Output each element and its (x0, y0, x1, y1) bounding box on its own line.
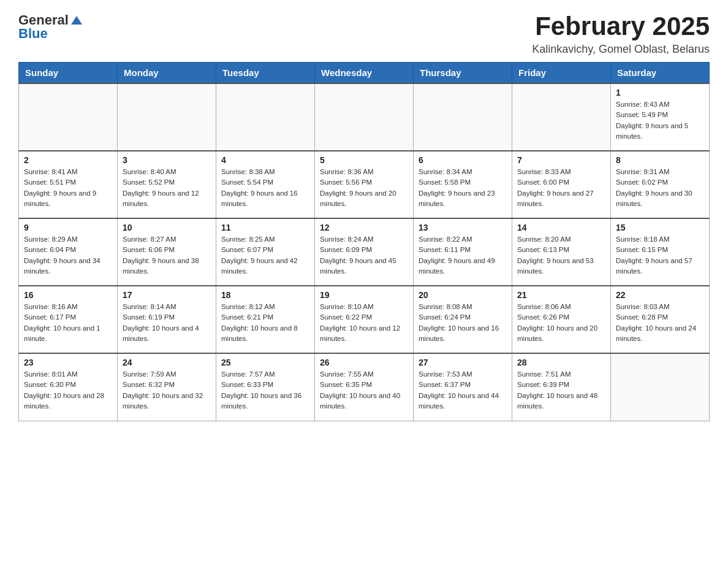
day-number: 18 (221, 290, 309, 300)
day-info: Sunrise: 8:36 AM Sunset: 5:56 PM Dayligh… (320, 167, 408, 209)
calendar-cell: 7Sunrise: 8:33 AM Sunset: 6:00 PM Daylig… (512, 151, 611, 218)
day-number: 5 (320, 155, 408, 165)
calendar-cell: 12Sunrise: 8:24 AM Sunset: 6:09 PM Dayli… (315, 218, 414, 286)
calendar-cell: 11Sunrise: 8:25 AM Sunset: 6:07 PM Dayli… (216, 218, 315, 286)
day-info: Sunrise: 8:06 AM Sunset: 6:26 PM Dayligh… (517, 302, 605, 344)
calendar-cell (216, 83, 315, 151)
day-number: 23 (24, 358, 112, 367)
svg-marker-0 (71, 16, 82, 25)
day-number: 15 (616, 223, 704, 232)
calendar-cell: 23Sunrise: 8:01 AM Sunset: 6:30 PM Dayli… (19, 353, 118, 421)
day-number: 6 (419, 155, 507, 165)
day-number: 21 (517, 290, 605, 300)
day-number: 12 (320, 223, 408, 232)
calendar-cell: 6Sunrise: 8:34 AM Sunset: 5:58 PM Daylig… (414, 151, 512, 218)
calendar-cell: 17Sunrise: 8:14 AM Sunset: 6:19 PM Dayli… (118, 286, 216, 353)
day-info: Sunrise: 8:20 AM Sunset: 6:13 PM Dayligh… (517, 234, 605, 277)
logo-arrow-icon (70, 13, 83, 27)
day-info: Sunrise: 7:51 AM Sunset: 6:39 PM Dayligh… (517, 369, 605, 412)
day-number: 19 (320, 290, 408, 300)
day-info: Sunrise: 7:59 AM Sunset: 6:32 PM Dayligh… (123, 369, 211, 412)
calendar-cell: 3Sunrise: 8:40 AM Sunset: 5:52 PM Daylig… (118, 151, 216, 218)
day-info: Sunrise: 8:29 AM Sunset: 6:04 PM Dayligh… (24, 234, 112, 277)
calendar-cell: 9Sunrise: 8:29 AM Sunset: 6:04 PM Daylig… (19, 218, 118, 286)
weekday-header-friday: Friday (512, 63, 611, 84)
calendar-cell (315, 83, 414, 151)
calendar-week-row: 16Sunrise: 8:16 AM Sunset: 6:17 PM Dayli… (19, 286, 710, 353)
day-number: 24 (123, 358, 211, 367)
day-info: Sunrise: 8:16 AM Sunset: 6:17 PM Dayligh… (24, 302, 112, 344)
day-info: Sunrise: 8:03 AM Sunset: 6:28 PM Dayligh… (616, 302, 704, 344)
calendar-week-row: 1Sunrise: 8:43 AM Sunset: 5:49 PM Daylig… (19, 83, 710, 151)
day-info: Sunrise: 8:40 AM Sunset: 5:52 PM Dayligh… (123, 167, 211, 209)
weekday-header-tuesday: Tuesday (216, 63, 315, 84)
day-info: Sunrise: 7:57 AM Sunset: 6:33 PM Dayligh… (221, 369, 309, 412)
calendar-cell (118, 83, 216, 151)
calendar-cell (611, 353, 710, 421)
day-number: 4 (221, 155, 309, 165)
day-number: 11 (221, 223, 309, 232)
day-info: Sunrise: 8:34 AM Sunset: 5:58 PM Dayligh… (419, 167, 507, 209)
day-info: Sunrise: 8:27 AM Sunset: 6:06 PM Dayligh… (123, 234, 211, 277)
weekday-header-sunday: Sunday (19, 63, 118, 84)
day-number: 28 (517, 358, 605, 367)
calendar-cell: 1Sunrise: 8:43 AM Sunset: 5:49 PM Daylig… (611, 83, 710, 151)
day-info: Sunrise: 8:08 AM Sunset: 6:24 PM Dayligh… (419, 302, 507, 344)
day-number: 3 (123, 155, 211, 165)
day-number: 17 (123, 290, 211, 300)
day-number: 9 (24, 223, 112, 232)
calendar-cell: 13Sunrise: 8:22 AM Sunset: 6:11 PM Dayli… (414, 218, 512, 286)
calendar-header-row: SundayMondayTuesdayWednesdayThursdayFrid… (19, 63, 710, 84)
location-subtitle: Kalinkavichy, Gomel Oblast, Belarus (532, 43, 710, 56)
day-info: Sunrise: 8:33 AM Sunset: 6:00 PM Dayligh… (517, 167, 605, 209)
day-number: 7 (517, 155, 605, 165)
calendar-cell: 2Sunrise: 8:41 AM Sunset: 5:51 PM Daylig… (19, 151, 118, 218)
calendar-cell: 16Sunrise: 8:16 AM Sunset: 6:17 PM Dayli… (19, 286, 118, 353)
calendar-cell: 8Sunrise: 8:31 AM Sunset: 6:02 PM Daylig… (611, 151, 710, 218)
day-number: 22 (616, 290, 704, 300)
day-number: 13 (419, 223, 507, 232)
day-info: Sunrise: 7:53 AM Sunset: 6:37 PM Dayligh… (419, 369, 507, 412)
day-info: Sunrise: 8:38 AM Sunset: 5:54 PM Dayligh… (221, 167, 309, 209)
calendar-week-row: 23Sunrise: 8:01 AM Sunset: 6:30 PM Dayli… (19, 353, 710, 421)
day-info: Sunrise: 8:18 AM Sunset: 6:15 PM Dayligh… (616, 234, 704, 277)
calendar-cell (512, 83, 611, 151)
weekday-header-wednesday: Wednesday (315, 63, 414, 84)
calendar-cell: 22Sunrise: 8:03 AM Sunset: 6:28 PM Dayli… (611, 286, 710, 353)
day-info: Sunrise: 7:55 AM Sunset: 6:35 PM Dayligh… (320, 369, 408, 412)
calendar-cell: 26Sunrise: 7:55 AM Sunset: 6:35 PM Dayli… (315, 353, 414, 421)
calendar-cell: 24Sunrise: 7:59 AM Sunset: 6:32 PM Dayli… (118, 353, 216, 421)
day-number: 16 (24, 290, 112, 300)
calendar-cell: 18Sunrise: 8:12 AM Sunset: 6:21 PM Dayli… (216, 286, 315, 353)
day-number: 27 (419, 358, 507, 367)
title-block: February 2025 Kalinkavichy, Gomel Oblast… (532, 12, 710, 56)
day-info: Sunrise: 8:25 AM Sunset: 6:07 PM Dayligh… (221, 234, 309, 277)
calendar-table: SundayMondayTuesdayWednesdayThursdayFrid… (18, 62, 710, 421)
calendar-cell: 19Sunrise: 8:10 AM Sunset: 6:22 PM Dayli… (315, 286, 414, 353)
day-info: Sunrise: 8:43 AM Sunset: 5:49 PM Dayligh… (616, 99, 704, 142)
month-title: February 2025 (532, 12, 710, 40)
day-info: Sunrise: 8:22 AM Sunset: 6:11 PM Dayligh… (419, 234, 507, 277)
day-info: Sunrise: 8:12 AM Sunset: 6:21 PM Dayligh… (221, 302, 309, 344)
calendar-cell: 10Sunrise: 8:27 AM Sunset: 6:06 PM Dayli… (118, 218, 216, 286)
calendar-cell (19, 83, 118, 151)
day-number: 10 (123, 223, 211, 232)
day-number: 26 (320, 358, 408, 367)
day-number: 25 (221, 358, 309, 367)
calendar-cell: 27Sunrise: 7:53 AM Sunset: 6:37 PM Dayli… (414, 353, 512, 421)
day-info: Sunrise: 8:24 AM Sunset: 6:09 PM Dayligh… (320, 234, 408, 277)
day-number: 8 (616, 155, 704, 165)
weekday-header-thursday: Thursday (414, 63, 512, 84)
calendar-cell: 28Sunrise: 7:51 AM Sunset: 6:39 PM Dayli… (512, 353, 611, 421)
calendar-week-row: 2Sunrise: 8:41 AM Sunset: 5:51 PM Daylig… (19, 151, 710, 218)
logo-blue-text: Blue (18, 26, 48, 42)
page-header: General Blue February 2025 Kalinkavichy,… (18, 12, 710, 56)
day-info: Sunrise: 8:14 AM Sunset: 6:19 PM Dayligh… (123, 302, 211, 344)
calendar-week-row: 9Sunrise: 8:29 AM Sunset: 6:04 PM Daylig… (19, 218, 710, 286)
weekday-header-monday: Monday (118, 63, 216, 84)
day-info: Sunrise: 8:41 AM Sunset: 5:51 PM Dayligh… (24, 167, 112, 209)
weekday-header-saturday: Saturday (611, 63, 710, 84)
calendar-cell (414, 83, 512, 151)
day-info: Sunrise: 8:31 AM Sunset: 6:02 PM Dayligh… (616, 167, 704, 209)
calendar-cell: 25Sunrise: 7:57 AM Sunset: 6:33 PM Dayli… (216, 353, 315, 421)
